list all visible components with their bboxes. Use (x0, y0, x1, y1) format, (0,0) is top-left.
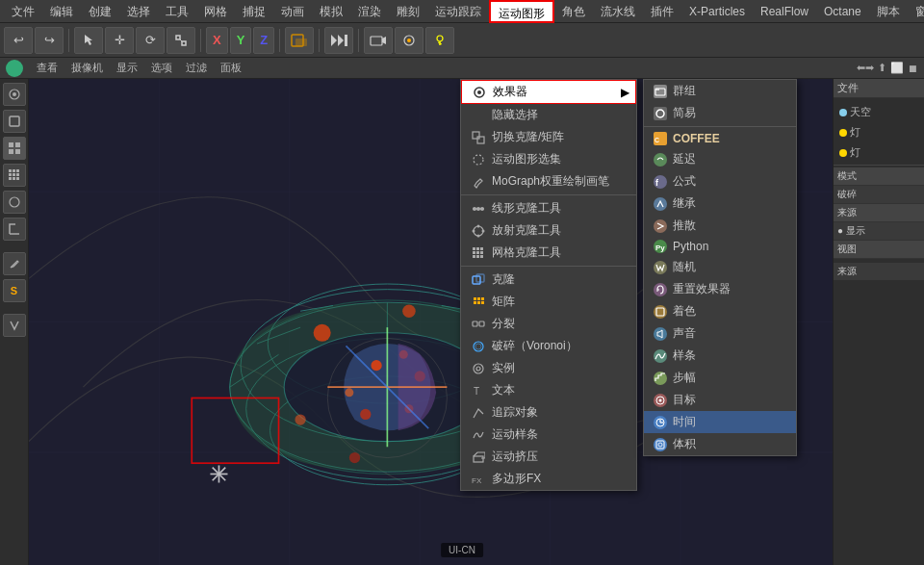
axis-z-button[interactable]: Z (253, 27, 274, 54)
ls-arrow-down[interactable] (3, 314, 26, 337)
menu-file[interactable]: 文件 (4, 0, 42, 23)
menu-mograph[interactable]: 运动图形 (489, 0, 554, 23)
ls-home[interactable] (3, 83, 26, 106)
render-icon-btn[interactable] (395, 27, 424, 54)
menu-mesh[interactable]: 网格 (196, 0, 235, 23)
menu-plugins[interactable]: 插件 (643, 0, 681, 23)
menu-animate[interactable]: 动画 (273, 0, 312, 23)
rp-display-btn[interactable]: ● 显示 (834, 222, 924, 241)
redo-button[interactable]: ↪ (35, 27, 64, 54)
menu-sculpt[interactable]: 雕刻 (389, 0, 427, 23)
menu-snap[interactable]: 捕捉 (235, 0, 273, 23)
effector-coffee[interactable]: C COFFEE (644, 129, 796, 148)
object-button[interactable] (285, 27, 314, 54)
effector-formula[interactable]: f 公式 (644, 170, 796, 193)
menu-item-matrix[interactable]: 矩阵 (461, 291, 636, 313)
play-button[interactable] (324, 27, 353, 54)
viewport[interactable]: 透视视图 (29, 79, 833, 565)
menu-item-hide-select[interactable]: 隐藏选择 (461, 104, 636, 126)
ls-cube[interactable] (3, 110, 26, 133)
rp-break-btn[interactable]: 破碎 (834, 186, 924, 204)
menu-item-radial-clone[interactable]: 放射克隆工具 (461, 219, 636, 242)
menu-item-weight-paint[interactable]: MoGraph权重绘制画笔 (461, 170, 636, 193)
effector-step[interactable]: 步幅 (644, 367, 796, 389)
tb2-filter[interactable]: 过滤 (182, 61, 211, 75)
axis-x-button[interactable]: X (206, 27, 228, 54)
effector-shade[interactable]: 着色 (644, 300, 796, 322)
effector-delay[interactable]: 延迟 (644, 148, 796, 170)
select-button[interactable] (74, 27, 103, 54)
menu-character[interactable]: 角色 (554, 0, 593, 23)
effector-push[interactable]: 推散 (644, 215, 796, 237)
menu-edit[interactable]: 编辑 (42, 0, 81, 23)
effector-random[interactable]: 随机 (644, 256, 796, 278)
tb2-display[interactable]: 显示 (113, 61, 141, 75)
ls-corner[interactable] (3, 218, 26, 241)
menu-item-clone[interactable]: 克隆 (461, 269, 636, 291)
rp-source-btn[interactable]: 来源 (834, 204, 924, 222)
menu-window[interactable]: 窗口 (908, 0, 924, 23)
menu-select[interactable]: 选择 (119, 0, 158, 23)
menu-item-instance[interactable]: 实例 (461, 357, 636, 379)
effector-time[interactable]: 时间 (644, 411, 796, 433)
menu-item-mograph-select[interactable]: 运动图形选集 (461, 148, 636, 170)
menu-octane[interactable]: Octane (816, 0, 869, 23)
menu-tools[interactable]: 工具 (158, 0, 196, 23)
menu-create[interactable]: 创建 (81, 0, 119, 23)
menu-item-clone-matrix[interactable]: 切换克隆/矩阵 (461, 126, 636, 148)
menu-item-trace[interactable]: 追踪对象 (461, 401, 636, 424)
menu-item-split[interactable]: 分裂 (461, 313, 636, 335)
menu-motion-track[interactable]: 运动跟踪 (427, 0, 489, 23)
tb2-options[interactable]: 选项 (147, 61, 176, 75)
rp-item-light2[interactable]: 灯 (834, 142, 924, 163)
menu-item-text[interactable]: T 文本 (461, 379, 636, 401)
tb2-camera[interactable]: 摄像机 (67, 61, 107, 75)
mograph-menu[interactable]: 效果器 ▶ 隐藏选择 切换克隆/矩阵 运动图形选集 (460, 79, 637, 491)
menu-pipeline[interactable]: 流水线 (593, 0, 643, 23)
tb2-panel[interactable]: 面板 (217, 61, 245, 75)
menu-simulate[interactable]: 模拟 (312, 0, 350, 23)
rp-view-btn[interactable]: 视图 (834, 241, 924, 259)
rp-item-sky[interactable]: 天空 (834, 102, 924, 122)
menu-item-grid-clone[interactable]: 网格克隆工具 (461, 242, 636, 264)
effector-target[interactable]: 目标 (644, 389, 796, 411)
menu-item-effectors[interactable]: 效果器 ▶ (461, 80, 636, 104)
menu-script[interactable]: 脚本 (869, 0, 908, 23)
menu-realflow[interactable]: RealFlow (753, 0, 816, 23)
undo-button[interactable]: ↩ (4, 27, 33, 54)
rp-mode-btn[interactable]: 模式 (834, 167, 924, 186)
effector-simple[interactable]: 简易 (644, 102, 796, 124)
menu-item-voronoi[interactable]: 破碎（Voronoi） (461, 335, 636, 357)
ls-grid[interactable] (3, 164, 26, 187)
effector-sound[interactable]: 声音 (644, 322, 796, 345)
effector-group[interactable]: 群组 (644, 80, 796, 102)
menu-item-motion-spline[interactable]: 运动样条 (461, 424, 636, 446)
menu-render[interactable]: 渲染 (350, 0, 389, 23)
menu-item-linear-clone[interactable]: 线形克隆工具 (461, 197, 636, 219)
axis-y-button[interactable]: Y (230, 27, 252, 54)
ls-sphere[interactable] (3, 191, 26, 214)
camera-icon-btn[interactable] (364, 27, 393, 54)
tb2-view[interactable]: 查看 (33, 61, 62, 75)
ls-pattern[interactable] (3, 137, 26, 160)
effector-spline[interactable]: 样条 (644, 345, 796, 367)
effector-inherit[interactable]: 继承 (644, 193, 796, 215)
rp-source2-btn[interactable]: 来源 (834, 263, 924, 280)
svg-rect-4 (295, 39, 307, 46)
scale-button[interactable] (167, 27, 195, 54)
menu-item-motion-extrude[interactable]: 运动挤压 (461, 446, 636, 468)
effector-python[interactable]: Py Python (644, 237, 796, 256)
rp-item-light1[interactable]: 灯 (834, 122, 924, 142)
effectors-menu[interactable]: 群组 简易 C COFFEE (643, 79, 797, 456)
ls-s-icon[interactable]: S (3, 279, 26, 302)
ls-pen[interactable] (3, 252, 26, 275)
light-icon-btn[interactable] (425, 27, 454, 54)
effector-volume[interactable]: 体积 (644, 433, 796, 455)
effector-reset[interactable]: 重置效果器 (644, 278, 796, 300)
svg-point-112 (474, 364, 483, 373)
menu-xparticles[interactable]: X-Particles (681, 0, 753, 23)
rotate-button[interactable]: ⟳ (136, 27, 165, 54)
menu-item-poly-fx[interactable]: FX 多边形FX (461, 468, 636, 490)
svg-rect-19 (15, 142, 20, 147)
move-button[interactable]: ✛ (105, 27, 134, 54)
